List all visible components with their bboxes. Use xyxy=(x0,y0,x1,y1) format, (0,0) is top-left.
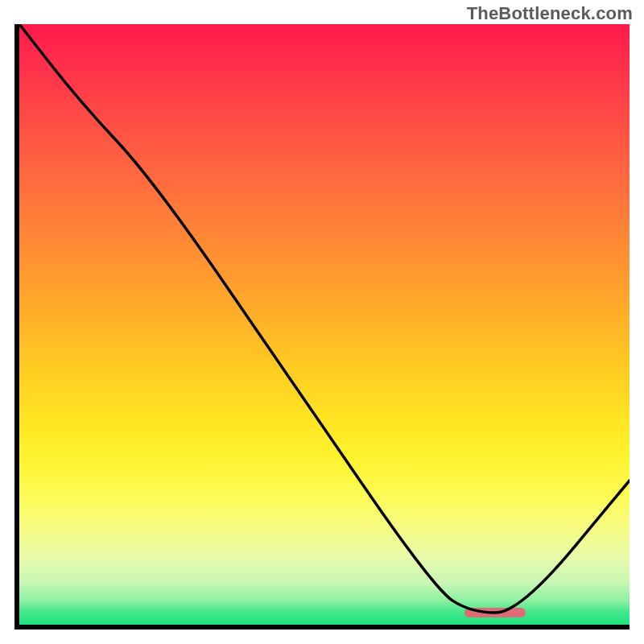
attribution-text: TheBottleneck.com xyxy=(467,3,633,24)
bottleneck-curve xyxy=(19,24,630,625)
curve-line xyxy=(19,24,630,613)
plot-frame xyxy=(14,24,630,630)
chart-container: TheBottleneck.com xyxy=(0,0,644,644)
plot-area xyxy=(19,24,630,625)
